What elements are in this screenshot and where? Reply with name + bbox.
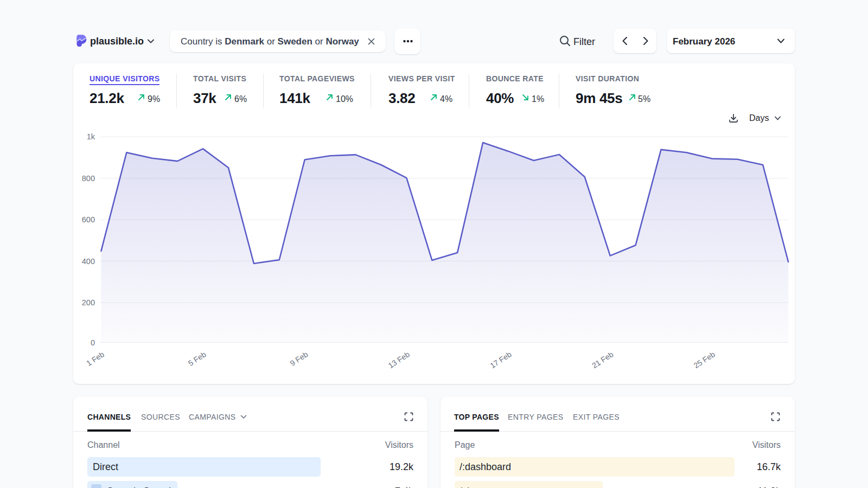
svg-text:0: 0 [91,338,95,347]
svg-text:13 Feb: 13 Feb [387,350,411,370]
svg-text:200: 200 [82,298,95,307]
svg-text:1 Feb: 1 Feb [85,350,106,368]
svg-text:25 Feb: 25 Feb [692,350,717,370]
svg-text:9 Feb: 9 Feb [289,350,310,368]
svg-text:5 Feb: 5 Feb [187,350,208,368]
svg-text:1k: 1k [87,132,95,141]
svg-text:400: 400 [82,257,95,266]
svg-text:600: 600 [82,215,95,224]
svg-text:17 Feb: 17 Feb [488,350,513,370]
svg-text:800: 800 [82,174,95,183]
svg-text:21 Feb: 21 Feb [590,350,615,370]
